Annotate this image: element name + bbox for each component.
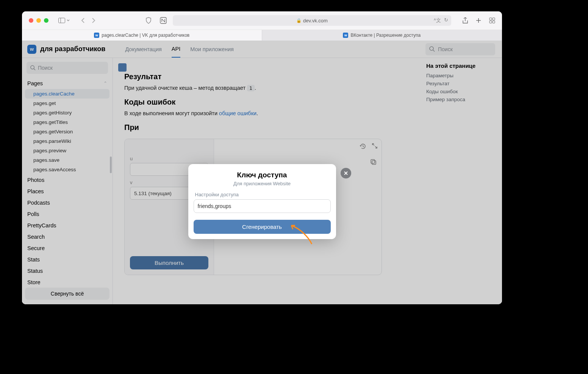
- modal-title: Ключ доступа: [194, 171, 331, 179]
- browser-tab-0[interactable]: w pages.clearCache | VK для разработчико…: [22, 30, 262, 41]
- svg-rect-5: [489, 21, 492, 23]
- chevron-down-icon: [67, 19, 70, 22]
- lock-icon: 🔒: [296, 18, 302, 23]
- browser-window: 🔒 dev.vk.com ᴬ文 ↻ w pages.clearCache | V…: [22, 11, 502, 304]
- generate-button[interactable]: Сгенерировать: [194, 220, 331, 234]
- browser-tab-title: pages.clearCache | VK для разработчиков: [102, 33, 189, 38]
- window-controls: [29, 18, 48, 23]
- modal-settings-label: Настройки доступа: [194, 192, 331, 197]
- url-bar[interactable]: 🔒 dev.vk.com ᴬ文 ↻: [173, 15, 451, 26]
- vk-favicon-icon: w: [343, 33, 348, 38]
- shield-icon[interactable]: [145, 17, 152, 24]
- sidebar-toggle-button[interactable]: [58, 18, 70, 23]
- new-tab-icon[interactable]: [475, 17, 482, 24]
- url-host: dev.vk.com: [303, 18, 328, 23]
- svg-rect-4: [493, 18, 495, 20]
- close-icon: [344, 171, 348, 175]
- browser-tab-title: ВКонтакте | Разрешение доступа: [350, 33, 421, 38]
- tab-overview-icon[interactable]: [489, 17, 495, 24]
- vk-favicon-icon: w: [94, 33, 99, 38]
- svg-rect-6: [493, 21, 495, 23]
- forward-button[interactable]: [92, 17, 95, 23]
- translate-icon[interactable]: ᴬ文: [434, 17, 441, 24]
- access-token-modal: Ключ доступа Для приложения Website Наст…: [188, 164, 336, 239]
- maximize-window-button[interactable]: [44, 18, 48, 23]
- svg-rect-3: [489, 18, 492, 20]
- modal-subtitle: Для приложения Website: [194, 181, 331, 186]
- notion-extension-icon[interactable]: [160, 17, 167, 24]
- close-window-button[interactable]: [29, 18, 33, 23]
- minimize-window-button[interactable]: [36, 18, 41, 23]
- access-scopes-input[interactable]: [194, 199, 331, 213]
- svg-rect-0: [59, 18, 65, 23]
- share-icon[interactable]: [463, 17, 468, 24]
- browser-tabstrip: w pages.clearCache | VK для разработчико…: [22, 30, 502, 41]
- browser-tab-1[interactable]: w ВКонтакте | Разрешение доступа: [262, 30, 502, 41]
- back-button[interactable]: [81, 17, 85, 23]
- reload-icon[interactable]: ↻: [444, 17, 448, 24]
- modal-close-button[interactable]: [341, 168, 351, 178]
- app-root: w для разработчиков Документация API Мои…: [22, 41, 502, 304]
- safari-toolbar: 🔒 dev.vk.com ᴬ文 ↻: [22, 11, 502, 30]
